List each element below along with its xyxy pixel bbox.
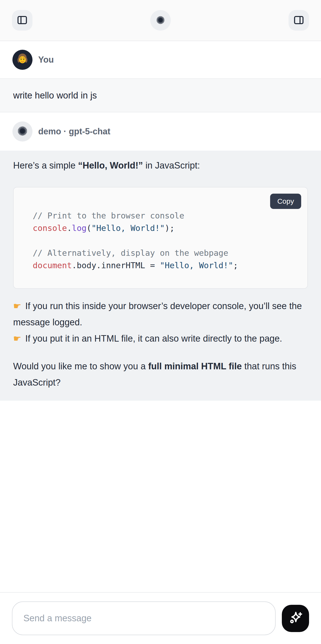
chat-scroll-area: You write hello world in js demo · gpt-5… bbox=[0, 41, 321, 592]
intro-paragraph: Here’s a simple “Hello, World!” in JavaS… bbox=[13, 157, 308, 174]
notes-paragraph: ☛ If you run this inside your browser’s … bbox=[13, 298, 308, 346]
panel-left-icon bbox=[16, 14, 28, 26]
sparkle-icon bbox=[287, 609, 304, 628]
pointing-right-emoji: ☛ bbox=[13, 334, 21, 344]
logo-button[interactable] bbox=[150, 10, 171, 30]
user-avatar bbox=[12, 50, 32, 70]
assistant-message: demo · gpt-5-chat Here’s a simple “Hello… bbox=[0, 112, 321, 401]
code-content: // Print to the browser consoleconsole.l… bbox=[33, 210, 288, 272]
note-line: ☛ If you run this inside your browser’s … bbox=[13, 298, 308, 330]
top-bar bbox=[0, 0, 321, 41]
user-message-text: write hello world in js bbox=[0, 78, 321, 112]
code-block: Copy // Print to the browser consolecons… bbox=[13, 187, 308, 289]
assistant-avatar bbox=[12, 122, 32, 142]
starburst-icon bbox=[16, 124, 29, 139]
person-emoji-icon bbox=[15, 52, 30, 68]
starburst-logo-icon bbox=[155, 14, 166, 26]
composer-bar bbox=[0, 592, 321, 644]
note-line: ☛ If you put it in an HTML file, it can … bbox=[13, 330, 308, 346]
empty-scroll-space bbox=[0, 401, 321, 592]
pointing-right-emoji: ☛ bbox=[13, 301, 21, 311]
user-message: You write hello world in js bbox=[0, 41, 321, 112]
copy-button[interactable]: Copy bbox=[270, 194, 301, 209]
assistant-model-label: demo · gpt-5-chat bbox=[38, 126, 110, 136]
panel-right-icon bbox=[293, 14, 305, 26]
message-input[interactable] bbox=[12, 602, 276, 635]
user-author-label: You bbox=[38, 55, 54, 65]
assistant-message-header: demo · gpt-5-chat bbox=[0, 112, 321, 150]
send-button[interactable] bbox=[282, 605, 309, 632]
right-panel-toggle-button[interactable] bbox=[289, 10, 309, 30]
user-message-header: You bbox=[0, 41, 321, 78]
sidebar-toggle-button[interactable] bbox=[12, 10, 32, 30]
assistant-message-body: Here’s a simple “Hello, World!” in JavaS… bbox=[0, 150, 321, 401]
question-paragraph: Would you like me to show you a full min… bbox=[13, 358, 308, 390]
